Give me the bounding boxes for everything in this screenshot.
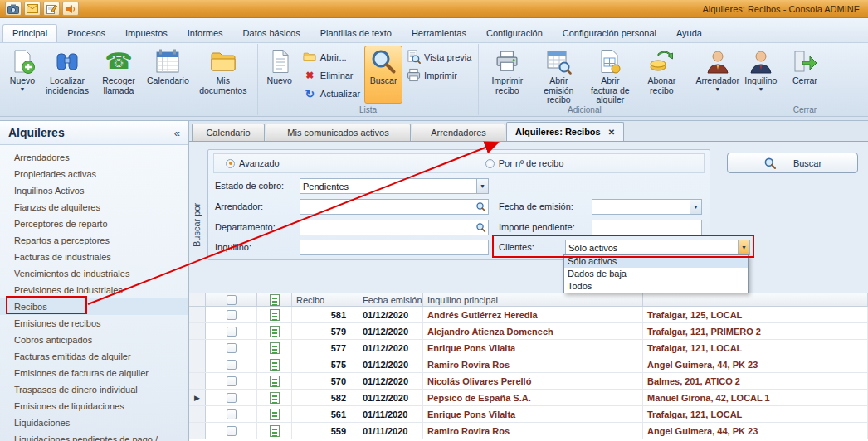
tab-arrendadores[interactable]: Arrendadores — [412, 124, 505, 141]
cell-propiedad[interactable]: Angel Guimera, 44, PK 23 — [643, 356, 868, 372]
importe-pendiente-field[interactable] — [592, 220, 702, 235]
fecha-emision-combo[interactable]: ▼ — [592, 199, 702, 215]
sidebar-item-perceptores[interactable]: Perceptores de reparto — [0, 216, 188, 232]
sidebar-item-fianzas[interactable]: Fianzas de alquileres — [0, 199, 188, 216]
landlord-button[interactable]: Arrendador ▼ — [693, 46, 742, 104]
cell-recibo[interactable]: 581 — [292, 307, 358, 322]
search-button[interactable]: Buscar — [364, 46, 402, 104]
header-fecha-emision[interactable]: Fecha emisión ▼ — [358, 293, 423, 306]
dropdown-option-dados-de-baja[interactable]: Dados de baja — [564, 268, 748, 280]
inquilino-input[interactable] — [300, 240, 489, 255]
close-view-button[interactable]: Cerrar — [786, 46, 824, 104]
cell-inquilino[interactable]: Ramiro Rovira Ros — [423, 356, 643, 372]
row-checkbox-cell[interactable] — [206, 307, 257, 322]
row-checkbox[interactable] — [227, 327, 237, 337]
sidebar-item-previsiones[interactable]: Previsiones de industriales — [0, 282, 188, 298]
clientes-combo[interactable]: ▼ — [565, 240, 750, 255]
row-checkbox-cell[interactable] — [206, 373, 257, 389]
new-button[interactable]: Nuevo ▼ — [3, 46, 41, 104]
clientes-value[interactable] — [565, 240, 750, 255]
table-row[interactable]: 559 01/11/2020 Ramiro Rovira Ros Angel G… — [189, 423, 868, 439]
sidebar-item-repartos[interactable]: Repartos a perceptores — [0, 232, 188, 249]
row-checkbox[interactable] — [227, 343, 237, 353]
row-icon-cell[interactable] — [257, 323, 292, 339]
table-row[interactable]: 570 01/12/2020 Nicolás Olivares Perelló … — [189, 373, 868, 390]
ribbon-tab-herramientas[interactable]: Herramientas — [402, 24, 476, 42]
header-checkbox-cell[interactable] — [206, 293, 257, 306]
cell-recibo[interactable]: 561 — [292, 406, 358, 422]
sidebar-item-emisiones-liquidaciones[interactable]: Emisiones de liquidaciones — [0, 398, 188, 414]
sidebar-item-traspasos[interactable]: Traspasos de dinero individual — [0, 381, 188, 398]
open-emission-button[interactable]: Abrir emisión recibo — [533, 46, 584, 104]
table-row[interactable]: 577 01/12/2020 Enrique Pons Vilalta Traf… — [189, 340, 868, 356]
row-icon-cell[interactable] — [257, 423, 292, 439]
row-checkbox[interactable] — [227, 360, 237, 370]
row-checkbox[interactable] — [227, 410, 237, 419]
cell-inquilino[interactable]: Andrés Gutiérrez Heredia — [423, 307, 643, 322]
capture-button[interactable] — [5, 2, 22, 16]
delete-button[interactable]: ✖ Eliminar — [299, 66, 364, 84]
cell-propiedad[interactable]: Trafalgar, 125, LOCAL — [643, 307, 868, 322]
cell-fecha[interactable]: 01/12/2020 — [358, 373, 423, 389]
cell-recibo[interactable]: 559 — [292, 423, 358, 439]
row-icon-cell[interactable] — [257, 307, 292, 322]
estado-cobro-value[interactable] — [300, 178, 489, 194]
tab-calendario[interactable]: Calendario — [192, 124, 265, 141]
ribbon-tab-configuracion[interactable]: Configuración — [476, 24, 553, 42]
cell-fecha[interactable]: 01/11/2020 — [358, 406, 423, 422]
print-button[interactable]: Imprimir — [402, 66, 475, 84]
cell-fecha[interactable]: 01/12/2020 — [358, 307, 423, 322]
cell-recibo[interactable]: 579 — [292, 323, 358, 339]
row-checkbox-cell[interactable] — [206, 390, 257, 405]
radio-avanzado[interactable]: Avanzado — [226, 158, 280, 168]
row-checkbox-cell[interactable] — [206, 323, 257, 339]
refresh-button[interactable]: ↻ Actualizar — [299, 85, 364, 102]
cell-propiedad[interactable]: Trafalgar, 121, PRIMERO 2 — [643, 323, 868, 339]
buscar-button[interactable]: Buscar — [727, 153, 858, 173]
row-icon-cell[interactable] — [257, 340, 292, 356]
sidebar-item-recibos[interactable]: Recibos — [0, 298, 188, 315]
row-checkbox[interactable] — [227, 426, 237, 436]
refund-receipt-button[interactable]: Abonar recibo — [636, 46, 687, 104]
row-icon-cell[interactable] — [257, 406, 292, 422]
ribbon-tab-principal[interactable]: Principal — [2, 24, 57, 42]
dropdown-option-solo-activos[interactable]: Sólo activos — [564, 255, 748, 268]
ribbon-tab-informes[interactable]: Informes — [178, 24, 233, 42]
header-propiedad[interactable] — [643, 293, 868, 306]
importe-pendiente-input[interactable] — [592, 220, 702, 235]
chevron-down-icon[interactable]: ▼ — [476, 179, 488, 193]
row-icon-cell[interactable] — [257, 390, 292, 405]
ribbon-tab-impuestos[interactable]: Impuestos — [115, 24, 178, 42]
locate-incidents-button[interactable]: Localizar incidencias — [41, 46, 93, 104]
cell-propiedad[interactable]: Balmes, 201, ATICO 2 — [643, 373, 868, 389]
cell-recibo[interactable]: 575 — [292, 356, 358, 372]
row-checkbox-cell[interactable] — [206, 356, 257, 372]
open-invoice-button[interactable]: Abrir factura de alquiler — [584, 46, 636, 104]
inquilino-field[interactable] — [300, 240, 489, 255]
lookup-search-icon[interactable] — [475, 201, 487, 213]
collapse-chevron-icon[interactable]: « — [174, 127, 180, 139]
sidebar-item-arrendadores[interactable]: Arrendadores — [0, 149, 188, 166]
cell-fecha[interactable]: 01/12/2020 — [358, 390, 423, 405]
row-icon-cell[interactable] — [257, 356, 292, 372]
chevron-down-icon[interactable]: ▼ — [690, 200, 701, 214]
table-row[interactable]: 581 01/12/2020 Andrés Gutiérrez Heredia … — [189, 307, 868, 323]
ribbon-tab-ayuda[interactable]: Ayuda — [666, 24, 712, 42]
open-button[interactable]: Abrir... — [299, 48, 364, 65]
tab-mis-comunicados[interactable]: Mis comunicados activos — [266, 124, 411, 141]
row-checkbox[interactable] — [227, 376, 237, 386]
arrendador-input[interactable] — [300, 199, 489, 215]
cell-inquilino[interactable]: Pepsico de España S.A. — [423, 390, 643, 405]
cell-recibo[interactable]: 570 — [292, 373, 358, 389]
announce-button[interactable] — [62, 2, 79, 16]
close-tab-icon[interactable]: ✕ — [608, 128, 615, 137]
fecha-emision-input[interactable] — [592, 199, 702, 215]
cell-propiedad[interactable]: Trafalgar, 121, LOCAL — [643, 340, 868, 356]
sidebar-item-liquidaciones[interactable]: Liquidaciones — [0, 414, 188, 431]
cell-propiedad[interactable]: Trafalgar, 121, LOCAL — [643, 406, 868, 422]
cell-inquilino[interactable]: Alejandro Atienza Domenech — [423, 323, 643, 339]
sidebar-item-propiedades-activas[interactable]: Propiedades activas — [0, 166, 188, 182]
row-checkbox-cell[interactable] — [206, 340, 257, 356]
table-row[interactable]: 561 01/11/2020 Enrique Pons Vilalta Traf… — [189, 406, 868, 423]
print-receipt-button[interactable]: Imprimir recibo — [481, 46, 533, 104]
